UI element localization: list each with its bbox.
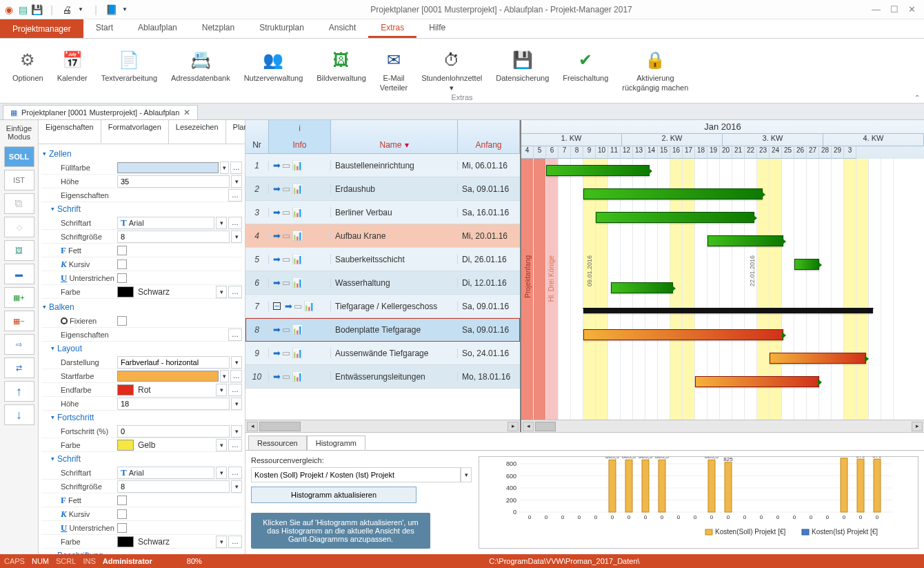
- side-up-button[interactable]: ↑: [4, 381, 34, 402]
- close-button[interactable]: ✕: [908, 4, 916, 14]
- tab-start[interactable]: Start: [83, 19, 125, 38]
- gantt-bar[interactable]: [583, 308, 873, 313]
- tab-ablaufplan[interactable]: Ablaufplan: [125, 19, 190, 38]
- gantt-scrollbar-h[interactable]: ◂ ▸: [521, 420, 924, 432]
- scroll-left-icon[interactable]: ◂: [247, 422, 258, 431]
- side-image-button[interactable]: 🖼: [4, 240, 34, 261]
- section-schrift2[interactable]: Schrift: [41, 452, 242, 466]
- minimize-button[interactable]: —: [872, 4, 881, 14]
- side-down-button[interactable]: ↓: [4, 404, 34, 425]
- bold-checkbox[interactable]: [117, 246, 127, 255]
- ribbon-e-mail-verteiler[interactable]: ✉E-MailVerteiler: [373, 49, 414, 92]
- tab-hilfe[interactable]: Hilfe: [416, 19, 458, 38]
- dropdown-icon[interactable]: ▼: [74, 3, 87, 16]
- tab-strukturplan[interactable]: Strukturplan: [247, 19, 317, 38]
- dropdown-icon[interactable]: ▾: [231, 398, 242, 410]
- dropdown-icon[interactable]: ▼: [119, 3, 131, 16]
- gantt-bar[interactable]: [596, 212, 754, 223]
- scroll-right-icon[interactable]: ▸: [508, 422, 519, 431]
- gantt-bar[interactable]: [583, 329, 783, 340]
- underline-checkbox2[interactable]: [117, 523, 127, 533]
- bold-checkbox2[interactable]: [117, 496, 127, 505]
- section-schrift[interactable]: Schrift: [41, 202, 242, 216]
- more-button[interactable]: …: [228, 217, 242, 229]
- task-row[interactable]: 9 ➡ ▭ 📊 Aussenwände Tiefgarage So, 24.01…: [245, 342, 520, 365]
- qat-doc-icon[interactable]: 📘: [105, 3, 117, 16]
- task-row[interactable]: 6 ➡ ▭ 📊 Wasserhaltung Di, 12.01.16: [245, 271, 520, 295]
- startcolor-swatch[interactable]: [117, 371, 219, 382]
- side-blue-button[interactable]: ▬: [4, 264, 34, 284]
- mode-ist-button[interactable]: IST: [4, 170, 34, 190]
- property-grid[interactable]: Zellen Füllfarbe ▾… Höhe ▾ Eigenschaften…: [39, 144, 245, 554]
- dropdown-icon[interactable]: ▾: [220, 370, 229, 382]
- tab-netzplan[interactable]: Netzplan: [190, 19, 247, 38]
- scroll-left-icon[interactable]: ◂: [523, 422, 534, 431]
- update-histogram-button[interactable]: Histogramm aktualisieren: [251, 487, 416, 503]
- ribbon-freischaltung[interactable]: ✔Freischaltung: [556, 49, 615, 92]
- more-button[interactable]: …: [228, 384, 242, 396]
- tab-ansicht[interactable]: Ansicht: [317, 19, 368, 38]
- ribbon-kalender[interactable]: 📅Kalender: [50, 49, 94, 92]
- dropdown-icon[interactable]: ▾: [216, 536, 227, 548]
- fixieren-checkbox[interactable]: [117, 316, 127, 326]
- side-link-button[interactable]: ⇨: [4, 334, 34, 355]
- ribbon-bildverwaltung[interactable]: 🖼Bildverwaltung: [310, 49, 373, 92]
- dropdown-icon[interactable]: ▾: [231, 425, 242, 438]
- col-nr[interactable]: Nr: [245, 137, 269, 153]
- resource-select[interactable]: [251, 467, 461, 482]
- more-button[interactable]: …: [228, 467, 242, 479]
- darstellung-select[interactable]: [117, 356, 230, 369]
- scroll-right-icon[interactable]: ▸: [912, 422, 923, 431]
- ribbon-optionen[interactable]: ⚙Optionen: [6, 49, 50, 92]
- task-row[interactable]: 3 ➡ ▭ 📊 Berliner Verbau Sa, 16.01.16: [245, 201, 520, 224]
- ribbon-adressdatenbank[interactable]: 📇Adressdatenbank: [164, 49, 237, 92]
- section-fortschritt[interactable]: Fortschritt: [41, 411, 242, 424]
- ribbon-textverarbeitung[interactable]: 📄Textverarbeitung: [94, 49, 164, 92]
- bar-height-input[interactable]: [117, 398, 230, 410]
- dropdown-icon[interactable]: ▾: [216, 467, 227, 479]
- qat-save-icon[interactable]: 💾: [30, 3, 43, 16]
- dropdown-icon[interactable]: ▾: [231, 356, 242, 369]
- qat-open-icon[interactable]: ▤: [17, 3, 29, 16]
- task-row[interactable]: 8 ➡ ▭ 📊 Bodenplatte Tiefgarage Sa, 09.01…: [245, 318, 520, 342]
- section-balken[interactable]: Balken: [41, 300, 242, 314]
- task-row[interactable]: 2 ➡ ▭ 📊 Erdaushub Sa, 09.01.16: [245, 177, 520, 201]
- side-add-button[interactable]: ▦+: [4, 287, 34, 308]
- tab-eigenschaften[interactable]: Eigenschaften: [39, 120, 101, 144]
- side-copy-button[interactable]: ⿻: [4, 193, 34, 214]
- ribbon-aktivierung-r-ckg-ngig-machen[interactable]: 🔒Aktivierungrückgängig machen: [615, 49, 695, 92]
- task-row[interactable]: 1 ➡ ▭ 📊 Baustelleneinrichtung Mi, 06.01.…: [245, 154, 520, 177]
- dropdown-icon[interactable]: ▾: [231, 480, 242, 493]
- endcolor-swatch[interactable]: [117, 384, 134, 395]
- more-button[interactable]: …: [228, 189, 242, 202]
- tab-ressourcen[interactable]: Ressourcen: [248, 435, 307, 450]
- dropdown-icon[interactable]: ▾: [461, 467, 472, 482]
- italic-checkbox[interactable]: [117, 259, 127, 269]
- dropdown-icon[interactable]: ▾: [216, 439, 227, 451]
- side-diamond-button[interactable]: ◇: [4, 217, 34, 237]
- tab-lesezeichen[interactable]: Lesezeichen: [169, 120, 226, 144]
- progress-color-swatch[interactable]: [117, 440, 134, 451]
- more-button[interactable]: …: [228, 536, 242, 548]
- task-row[interactable]: 4 ➡ ▭ 📊 Aufbau Krane Mi, 20.01.16: [245, 224, 520, 248]
- task-scrollbar-h[interactable]: ◂ ▸: [245, 420, 520, 432]
- ribbon-collapse-icon[interactable]: ⌃: [914, 94, 920, 101]
- dropdown-icon[interactable]: ▾: [231, 175, 242, 188]
- ribbon-stundenlohnzettel--[interactable]: ⏱Stundenlohnzettel▾: [414, 49, 489, 92]
- dropdown-icon[interactable]: ▾: [216, 286, 227, 298]
- fontsize-input2[interactable]: [117, 480, 230, 493]
- qat-print-icon[interactable]: 🖨: [61, 3, 73, 16]
- italic-checkbox2[interactable]: [117, 509, 127, 519]
- col-anfang[interactable]: Anfang: [458, 137, 520, 153]
- ribbon-datensicherung[interactable]: 💾Datensicherung: [489, 49, 556, 92]
- ribbon-nutzerverwaltung[interactable]: 👥Nutzerverwaltung: [237, 49, 310, 92]
- dropdown-icon[interactable]: ▾: [216, 384, 227, 396]
- gantt-bar[interactable]: [583, 188, 763, 199]
- underline-checkbox[interactable]: [117, 273, 127, 283]
- dropdown-icon[interactable]: ▾: [231, 231, 242, 243]
- expand-icon[interactable]: −: [273, 302, 281, 310]
- section-layout[interactable]: Layout: [41, 342, 242, 355]
- maximize-button[interactable]: ☐: [890, 4, 898, 14]
- color-swatch[interactable]: [117, 286, 134, 297]
- task-row[interactable]: 10 ➡ ▭ 📊 Entwässerungsleitungen Mo, 18.0…: [245, 365, 520, 389]
